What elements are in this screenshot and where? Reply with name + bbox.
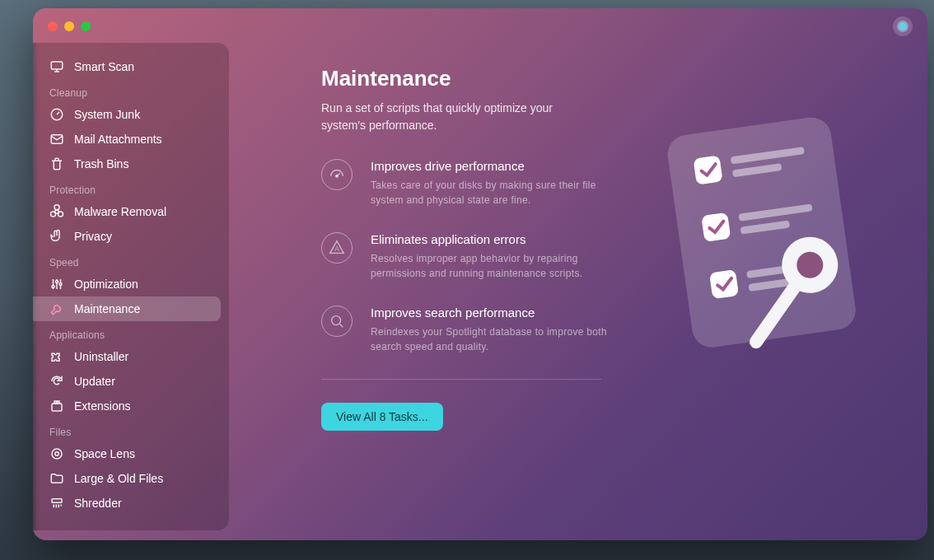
sidebar-item-updater[interactable]: Updater: [33, 369, 221, 394]
sidebar-section-cleanup: Cleanup: [33, 79, 221, 102]
gauge-icon: [49, 107, 64, 122]
svg-point-4: [54, 205, 59, 210]
feature-title: Improves drive performance: [371, 159, 618, 173]
sidebar-item-label: Updater: [74, 375, 115, 388]
sidebar-item-label: Uninstaller: [74, 350, 128, 363]
feature-title: Eliminates application errors: [371, 232, 618, 246]
svg-point-9: [59, 283, 62, 286]
sidebar-item-label: Mail Attachments: [74, 133, 162, 146]
sidebar-item-shredder[interactable]: Shredder: [33, 491, 221, 516]
puzzle-icon: [49, 349, 64, 364]
sidebar-item-mail-attachments[interactable]: Mail Attachments: [33, 127, 221, 152]
sidebar-item-large-old-files[interactable]: Large & Old Files: [33, 466, 221, 491]
svg-point-7: [52, 286, 54, 288]
addon-icon: [49, 399, 64, 413]
svg-rect-15: [52, 499, 62, 503]
sidebar-item-trash-bins[interactable]: Trash Bins: [33, 152, 221, 176]
svg-point-16: [336, 175, 339, 177]
minimize-window-button[interactable]: [64, 21, 74, 31]
maximize-window-button[interactable]: [81, 21, 91, 31]
feature-row: AEliminates application errorsResolves i…: [321, 232, 618, 281]
svg-rect-19: [665, 115, 858, 350]
sliders-icon: [49, 277, 64, 292]
assistant-button[interactable]: [893, 16, 913, 36]
svg-point-5: [51, 212, 56, 217]
folder-icon: [49, 471, 64, 486]
svg-text:A: A: [334, 245, 339, 253]
page-title: Maintenance: [321, 66, 894, 91]
sidebar-item-extensions[interactable]: Extensions: [33, 394, 221, 418]
sidebar-section-speed: Speed: [33, 249, 221, 272]
svg-point-6: [58, 212, 63, 217]
svg-rect-11: [54, 401, 56, 404]
sidebar-item-privacy[interactable]: Privacy: [33, 224, 221, 249]
shredder-icon: [49, 496, 64, 511]
svg-point-8: [56, 281, 58, 283]
sidebar-item-smart-scan[interactable]: Smart Scan: [33, 54, 221, 79]
svg-rect-10: [52, 404, 62, 411]
sidebar-item-label: Maintenance: [74, 302, 140, 315]
sidebar-item-maintenance[interactable]: Maintenance: [33, 296, 221, 321]
sidebar-item-label: Smart Scan: [74, 60, 134, 73]
svg-rect-12: [58, 401, 59, 404]
svg-rect-20: [693, 155, 723, 184]
titlebar: [33, 8, 927, 44]
sidebar-item-space-lens[interactable]: Space Lens: [33, 441, 221, 466]
sidebar-item-label: Shredder: [74, 497, 122, 510]
sidebar-section-applications: Applications: [33, 321, 221, 344]
maintenance-illustration: [656, 107, 894, 371]
sidebar-item-label: Large & Old Files: [74, 472, 163, 485]
warning-triangle-icon: A: [321, 232, 353, 264]
sidebar: Smart Scan CleanupSystem JunkMail Attach…: [33, 43, 229, 530]
envelope-icon: [49, 132, 64, 147]
svg-rect-0: [51, 62, 63, 69]
magnifier-icon: [321, 306, 353, 337]
sidebar-item-system-junk[interactable]: System Junk: [33, 102, 221, 127]
feature-description: Takes care of your disks by making sure …: [371, 178, 618, 208]
sidebar-item-malware-removal[interactable]: Malware Removal: [33, 199, 221, 224]
svg-point-13: [52, 449, 62, 459]
svg-point-18: [332, 316, 341, 325]
assistant-icon: [899, 22, 907, 30]
sidebar-item-label: Optimization: [74, 278, 138, 291]
view-all-tasks-button[interactable]: View All 8 Tasks...: [321, 403, 443, 431]
sidebar-item-label: System Junk: [74, 108, 140, 121]
sidebar-section-files: Files: [33, 418, 221, 441]
svg-rect-23: [701, 212, 731, 242]
divider: [321, 379, 601, 380]
trash-icon: [49, 156, 64, 171]
speedometer-icon: [321, 159, 353, 190]
hand-icon: [49, 229, 64, 244]
refresh-icon: [49, 374, 64, 389]
window-controls: [48, 21, 91, 31]
sidebar-item-label: Trash Bins: [74, 157, 128, 170]
svg-rect-26: [709, 269, 739, 299]
svg-point-14: [55, 452, 59, 456]
biohazard-icon: [49, 204, 64, 219]
sidebar-item-label: Privacy: [74, 230, 112, 243]
app-window: Smart Scan CleanupSystem JunkMail Attach…: [33, 8, 927, 540]
feature-description: Reindexes your Spotlight database to imp…: [371, 324, 618, 354]
sidebar-section-protection: Protection: [33, 176, 221, 199]
feature-title: Improves search performance: [371, 306, 618, 320]
sidebar-item-label: Extensions: [74, 399, 130, 413]
sidebar-item-optimization[interactable]: Optimization: [33, 272, 221, 296]
feature-description: Resolves improper app behavior by repair…: [371, 251, 618, 281]
wrench-icon: [49, 301, 64, 316]
feature-row: Improves drive performanceTakes care of …: [321, 159, 618, 208]
sidebar-item-uninstaller[interactable]: Uninstaller: [33, 344, 221, 369]
monitor-icon: [49, 59, 64, 74]
sidebar-item-label: Space Lens: [74, 447, 135, 460]
sidebar-item-label: Malware Removal: [74, 205, 166, 218]
close-window-button[interactable]: [48, 21, 58, 31]
page-subtitle: Run a set of scripts that quickly optimi…: [321, 100, 568, 134]
feature-row: Improves search performanceReindexes you…: [321, 306, 618, 354]
lens-icon: [49, 446, 64, 461]
